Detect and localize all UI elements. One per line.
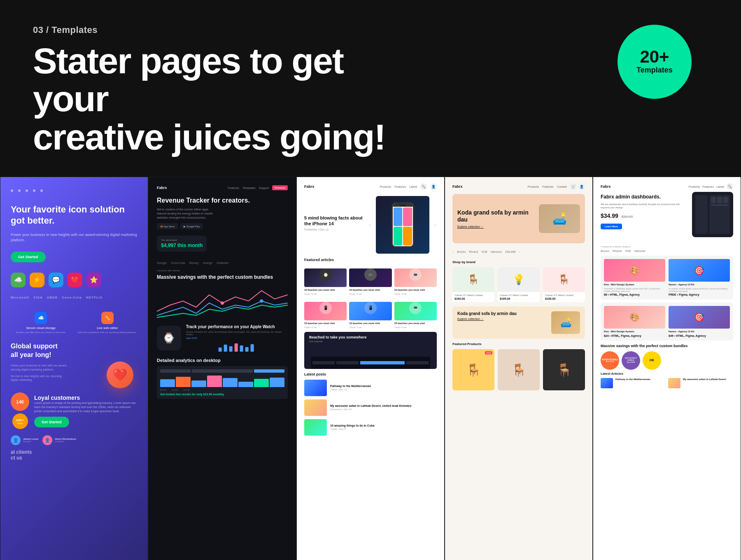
next-arrow[interactable]: › bbox=[433, 223, 437, 226]
card4-shop-brand-label: Shop by brand bbox=[452, 260, 585, 264]
bar-5 bbox=[223, 378, 238, 387]
article-img-1: ⌚ bbox=[304, 268, 347, 287]
watch-date: April 2018 bbox=[186, 337, 288, 339]
latest-article-2: My awesome safari in Lahbab Desert, Unit… bbox=[304, 399, 437, 416]
prev-arrow[interactable]: ‹ bbox=[368, 223, 372, 226]
article-title-4: 10 beaches you must visit bbox=[304, 322, 347, 325]
card2-analytics-screenshot: $1 643$1 843$2 198 Get instant live resu… bbox=[157, 366, 288, 399]
avatar-1: 👤 bbox=[11, 435, 21, 445]
card3-hero-meta: Published • Dec 12 bbox=[304, 228, 364, 231]
card5-article-1: Pathway to the Mediterranean bbox=[601, 378, 666, 388]
brand-microsoft: Microsoft bbox=[11, 296, 29, 299]
card3-nav: Fabrx Products Features Latest 🔍 👤 bbox=[304, 183, 437, 190]
brand-disney: Disney bbox=[189, 261, 199, 264]
article-1: ⌚ 10 beaches you must visit Travel • 5 m… bbox=[304, 265, 347, 295]
card1-testimonials: 👤 Jimmy Loran Designer 👤 Henry Richardso… bbox=[11, 435, 137, 445]
card2-store-btns: 🍎 App Store ▶ Google Play bbox=[157, 223, 288, 229]
card5-nav-products: Products bbox=[689, 185, 700, 188]
card2-logo: Fabrx bbox=[157, 186, 167, 190]
icon-heart: ❤️ bbox=[68, 273, 82, 287]
strip-vue: VUE bbox=[482, 250, 487, 253]
dashboard-preview-small bbox=[692, 192, 733, 237]
template-card-5[interactable]: Fabrx Products Features Latest 🔍 Fabrx a… bbox=[593, 177, 741, 560]
card2-desc: We're creators of the cosmic billion app… bbox=[157, 208, 214, 219]
card3-articles-row2: 📱 10 beaches you must visit Travel • 5 m… bbox=[304, 299, 437, 329]
card5-article-img-2 bbox=[668, 378, 680, 388]
revenue-amount: $4,997 this month bbox=[161, 243, 203, 248]
extra-bundle-badge: DE bbox=[643, 351, 661, 370]
card3-cart-icon[interactable]: 🔍 bbox=[420, 183, 427, 190]
watch-title: Track your performance on your Apple Wat… bbox=[186, 324, 288, 329]
card3-laptop-image: Beached to take you somewhere Get inspir… bbox=[304, 332, 437, 369]
latest-title-2: My awesome safari in Lahbab Desert, Unit… bbox=[330, 404, 411, 407]
svg-rect-2 bbox=[218, 348, 221, 352]
card1-hero-title: Your favorite icon solution got better. bbox=[11, 204, 137, 226]
featured-sofa-title: Koda grand sofa by armin dau bbox=[457, 311, 547, 316]
feature-cloud-label: Secure cloud storage bbox=[11, 327, 71, 329]
svg-rect-8 bbox=[250, 344, 254, 352]
card4-products-row: 🪑 Classic GT Watch Limited $190.00 💡 Cla… bbox=[452, 267, 585, 302]
card2-brand-logos: Google Coca-Cola Disney orange Outbrain bbox=[157, 261, 288, 264]
card3-nav-latest: Latest bbox=[409, 185, 417, 188]
card1-footer-text: al clientsct us bbox=[11, 449, 137, 461]
phone-mockup bbox=[391, 202, 414, 247]
dash-stat-3 bbox=[723, 197, 728, 203]
loyal-count-badge: 140 bbox=[11, 392, 29, 411]
card5-search-icon[interactable]: 🔍 bbox=[727, 183, 733, 190]
template-card-1[interactable]: Your favorite icon solution got better. … bbox=[0, 177, 148, 560]
testimonial-role-2: Developer bbox=[55, 440, 76, 443]
avatar-2: 👤 bbox=[42, 435, 52, 445]
marketplace-title-2: Hanno - Agency UI Kit bbox=[669, 283, 730, 287]
bar-4 bbox=[207, 376, 222, 387]
brand-cocacola-1: Coca-Cola bbox=[62, 296, 82, 299]
product-title-2: Classic GT Watch Limited bbox=[500, 294, 538, 296]
card3-nav-features: Features bbox=[394, 185, 406, 188]
product-price-1: $190.00 bbox=[454, 297, 492, 300]
card5-cta[interactable]: Learn More bbox=[601, 224, 622, 229]
cart-icon[interactable]: 🛒 bbox=[570, 183, 577, 190]
marketplace-tags-3: $24 • HTML, Figma, Agency bbox=[604, 334, 665, 337]
article-img-3: 💻 bbox=[394, 268, 437, 287]
strip-next[interactable]: › bbox=[519, 250, 520, 254]
card5-trusted-section: Trusted by industry leaders: Bucks Rinar… bbox=[601, 245, 733, 252]
card1-cta[interactable]: Get Started bbox=[11, 252, 46, 262]
loyal-14k-number: 14K+ bbox=[16, 418, 24, 422]
svg-rect-3 bbox=[224, 345, 227, 352]
template-card-2[interactable]: Fabrx Features Templates Support Premium… bbox=[148, 177, 296, 560]
card5-nav: Fabrx Products Features Latest 🔍 bbox=[601, 183, 733, 190]
svg-rect-4 bbox=[229, 346, 232, 352]
card4-nav-features: Features bbox=[542, 185, 554, 188]
featured-sofa-link[interactable]: Explore collection → bbox=[457, 317, 547, 320]
article-title-1: 10 beaches you must visit bbox=[304, 289, 347, 292]
card3-search-icon[interactable]: 👤 bbox=[430, 183, 437, 190]
card5-articles-section: Latest Articles Pathway to the Mediterra… bbox=[601, 372, 733, 388]
trusted-label: Trusted by industry leaders: bbox=[601, 245, 733, 248]
card2-premium-btn[interactable]: Premium bbox=[272, 185, 288, 190]
card2-analytics-title: Detailed analytics on desktop bbox=[157, 358, 288, 363]
section-number: 03 bbox=[33, 25, 43, 35]
card1-loyal-cta[interactable]: Get Started bbox=[34, 417, 69, 427]
watch-image: ⌚ bbox=[157, 326, 181, 350]
product-3: 🪑 Classic GT Watch Limited $190.00 bbox=[543, 267, 585, 302]
template-card-4[interactable]: Fabrx Products Features Contact 🛒 👤 Koda… bbox=[445, 177, 593, 560]
user-icon[interactable]: 👤 bbox=[578, 183, 585, 190]
google-play-btn[interactable]: ▶ Google Play bbox=[180, 223, 203, 229]
section-label: 03 / Templates bbox=[33, 25, 708, 35]
card4-hero: Koda grand sofa by armin dau Explore col… bbox=[452, 194, 585, 243]
template-card-3[interactable]: Fabrx Products Features Latest 🔍 👤 5 min… bbox=[296, 177, 445, 560]
marketplace-item-1: 🎨 Kira - Mini Design System Powerfully i… bbox=[604, 259, 665, 296]
product-1: 🪑 Classic GT Watch Limited $190.00 bbox=[452, 267, 494, 302]
app-store-btn[interactable]: 🍎 App Store bbox=[157, 223, 178, 229]
card5-bundle-badges: SUPER BUNDLE Save $154 BOOTSTRAP'S BUNDL… bbox=[601, 351, 733, 370]
article-meta-1: Travel • 5 min bbox=[304, 293, 347, 295]
card4-featured-hero: Koda grand sofa by armin dau Explore col… bbox=[452, 306, 585, 339]
analytics-bar-chart bbox=[160, 374, 284, 387]
card3-featured-label: Featured articles bbox=[304, 258, 437, 262]
hero-image-container bbox=[376, 196, 429, 254]
card4-hero-link[interactable]: Explore collection → bbox=[457, 225, 535, 228]
card5-nav-features: Features bbox=[702, 185, 714, 188]
latest-article-1: Pathway to the Mediterranean Travel • De… bbox=[304, 380, 437, 396]
strip-prev[interactable]: ‹ bbox=[452, 250, 454, 254]
card4-brand-strip: ‹ Bucks Rinard VUE tatesoto CELINE › bbox=[452, 247, 585, 256]
product-title-3: Classic GT Watch Limited bbox=[545, 294, 583, 296]
